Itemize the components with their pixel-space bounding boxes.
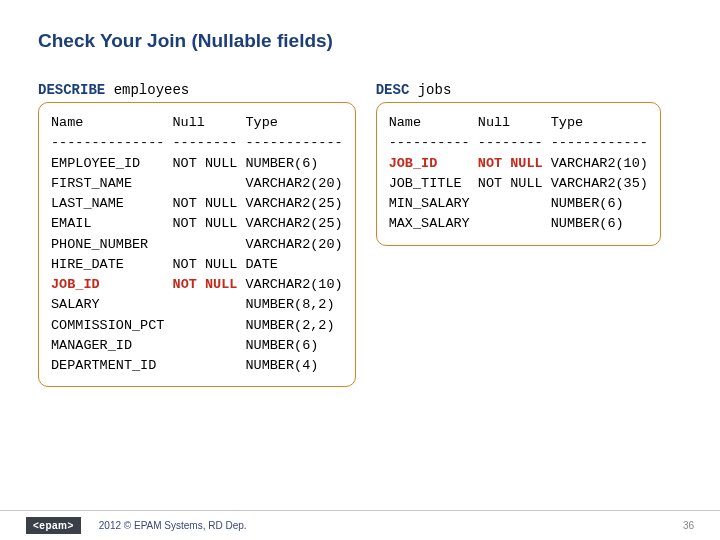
row: EMAIL NOT NULL VARCHAR2(25) (51, 216, 343, 231)
describe-keyword: DESCRIBE (38, 82, 105, 98)
row: LAST_NAME NOT NULL VARCHAR2(25) (51, 196, 343, 211)
jobs-column: DESC jobs Name Null Type ---------- ----… (376, 82, 661, 387)
row: EMPLOYEE_ID NOT NULL NUMBER(6) (51, 156, 318, 171)
row: HIRE_DATE NOT NULL DATE (51, 257, 278, 272)
employees-column: DESCRIBE employees Name Null Type ------… (38, 82, 356, 387)
row: MAX_SALARY NUMBER(6) (389, 216, 624, 231)
row: MANAGER_ID NUMBER(6) (51, 338, 318, 353)
row: PHONE_NUMBER VARCHAR2(20) (51, 237, 343, 252)
highlighted-name: JOB_ID (389, 156, 478, 171)
describe-target: employees (114, 82, 190, 98)
row: SALARY NUMBER(8,2) (51, 297, 335, 312)
describe-line-employees: DESCRIBE employees (38, 82, 356, 98)
desc-keyword: DESC (376, 82, 410, 98)
highlighted-null: NOT NULL (478, 156, 543, 171)
highlighted-type: VARCHAR2(10) (237, 277, 342, 292)
row: DEPARTMENT_ID NUMBER(4) (51, 358, 318, 373)
copyright-text: 2012 © EPAM Systems, RD Dep. (99, 520, 247, 531)
columns: DESCRIBE employees Name Null Type ------… (38, 82, 682, 387)
describe-line-jobs: DESC jobs (376, 82, 661, 98)
row: FIRST_NAME VARCHAR2(20) (51, 176, 343, 191)
employees-table-box: Name Null Type -------------- -------- -… (38, 102, 356, 387)
row: COMMISSION_PCT NUMBER(2,2) (51, 318, 335, 333)
desc-target: jobs (418, 82, 452, 98)
highlighted-type: VARCHAR2(10) (543, 156, 648, 171)
row: JOB_TITLE NOT NULL VARCHAR2(35) (389, 176, 648, 191)
col-header: Name Null Type (51, 115, 278, 130)
jobs-table-box: Name Null Type ---------- -------- -----… (376, 102, 661, 246)
divider: -------------- -------- ------------ (51, 135, 343, 150)
epam-logo-badge: <epam> (26, 517, 81, 534)
row: MIN_SALARY NUMBER(6) (389, 196, 624, 211)
divider: ---------- -------- ------------ (389, 135, 648, 150)
highlighted-name: JOB_ID (51, 277, 173, 292)
page-number: 36 (683, 520, 694, 531)
col-header: Name Null Type (389, 115, 583, 130)
highlighted-null: NOT NULL (173, 277, 238, 292)
slide-title: Check Your Join (Nullable fields) (38, 30, 682, 52)
footer-bar: <epam> 2012 © EPAM Systems, RD Dep. 36 (0, 510, 720, 540)
